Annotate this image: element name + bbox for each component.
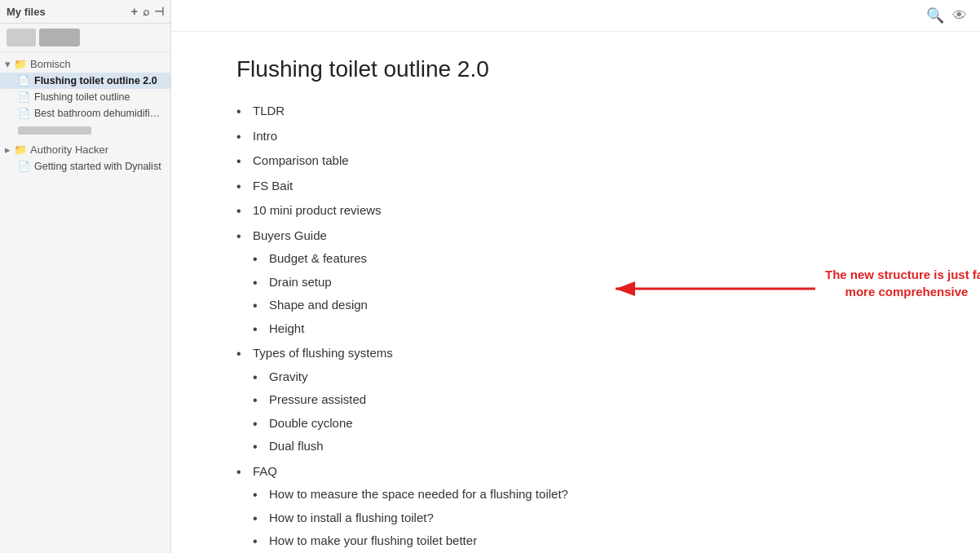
list-item: 10 mini product reviews [236,201,931,220]
list-item: Dual flush [253,437,931,456]
item-text: Pressure assisted [269,392,366,406]
tree-item-label: Getting started with Dynalist [34,161,161,172]
gray-bar-row-1 [0,122,170,139]
item-text: Gravity [269,369,308,383]
tree-item-getting-started[interactable]: 📄 Getting started with Dynalist [0,158,170,175]
list-item: Height [253,320,931,338]
item-text: Dual flush [269,439,324,453]
item-text: 10 mini product reviews [253,203,382,217]
folder-group-authority-hacker: ▸ 📁 Authority Hacker 📄 Getting started w… [0,141,170,175]
folder-label: Bomisch [30,58,71,70]
sidebar-header: My files + ⌕ ⊣ [0,0,170,24]
main-content: 🔍 👁 Flushing toilet outline 2.0 TLDR Int… [171,0,980,553]
expand-icon: ▾ [5,58,11,70]
folder-bomisch[interactable]: ▾ 📁 Bomisch [0,55,170,73]
sidebar-header-icons: + ⌕ ⊣ [131,5,164,18]
folder-label: Authority Hacker [30,144,108,156]
folder-authority-hacker[interactable]: ▸ 📁 Authority Hacker [0,141,170,158]
collapse-icon[interactable]: ⊣ [154,5,164,18]
search-icon[interactable]: 🔍 [926,7,944,24]
list-item: Double cyclone [253,414,931,433]
list-item: FS Bait [236,177,931,196]
tree-item-label: Flushing toilet outline [34,91,130,103]
list-item: FAQ How to measure the space needed for … [236,462,931,554]
list-item: Gravity [253,368,931,387]
gray-bar [18,126,91,135]
tree-item-flushing-outline-2[interactable]: 📄 Flushing toilet outline 2.0 [0,73,170,89]
item-text: How to make your flushing toilet better [269,533,477,547]
doc-icon: 📄 [18,108,30,119]
item-text: Types of flushing systems [253,346,393,360]
item-text: Buyers Guide [253,228,327,242]
add-icon[interactable]: + [131,5,138,18]
list-item: How to install a flushing toilet? [253,509,931,528]
folder-group-bomisch: ▾ 📁 Bomisch 📄 Flushing toilet outline 2.… [0,55,170,139]
item-text: How to install a flushing toilet? [269,511,434,524]
doc-title: Flushing toilet outline 2.0 [236,56,931,82]
list-item: How to make your flushing toilet better [253,532,931,551]
item-text: Double cyclone [269,416,353,430]
folder-icon: 📁 [14,58,27,70]
expand-icon: ▸ [5,144,11,156]
list-item: Pressure assisted [253,391,931,409]
item-text: How to measure the space needed for a fl… [269,487,568,501]
item-text: Budget & features [269,251,367,265]
tree-item-label: Best bathroom dehumidifi… [34,108,160,119]
avatar-2[interactable] [39,29,80,46]
tree-item-label: Flushing toilet outline 2.0 [34,75,157,86]
sidebar-tree: ▾ 📁 Bomisch 📄 Flushing toilet outline 2.… [0,52,170,553]
sub-list: Budget & features Drain setup Shape and … [253,250,931,338]
search-sidebar-icon[interactable]: ⌕ [143,5,149,18]
sidebar: My files + ⌕ ⊣ ▾ 📁 Bomisch 📄 Flushing to… [0,0,171,553]
doc-icon: 📄 [18,91,30,103]
item-text: Drain setup [269,275,332,289]
item-text: FS Bait [253,179,293,192]
list-item: Types of flushing systems Gravity Pressu… [236,344,931,456]
item-text: TLDR [253,104,285,117]
avatar-group [0,24,170,52]
doc-area: Flushing toilet outline 2.0 TLDR Intro C… [171,32,980,553]
list-item: Buyers Guide Budget & features Drain set… [236,227,931,338]
list-item: Intro [236,127,931,146]
item-text: Shape and design [269,298,368,312]
sidebar-title: My files [7,6,46,18]
item-text: Intro [253,129,277,143]
list-item: Comparison table [236,152,931,170]
folder-icon: 📁 [14,144,27,156]
item-text: FAQ [253,464,277,478]
list-item: Budget & features [253,250,931,268]
list-item: TLDR [236,102,931,121]
doc-icon: 📄 [18,161,30,172]
main-toolbar: 🔍 👁 [171,0,980,32]
doc-icon: 📄 [18,75,30,86]
sub-list: How to measure the space needed for a fl… [253,485,931,553]
tree-item-flushing-outline[interactable]: 📄 Flushing toilet outline [0,89,170,105]
list-item-annotated: Shape and design [253,296,931,315]
item-text: Height [269,321,304,335]
outline-list: TLDR Intro Comparison table FS Bait 10 m… [236,102,931,553]
list-item: How to measure the space needed for a fl… [253,485,931,504]
avatar-1[interactable] [7,29,36,46]
tree-item-best-bathroom[interactable]: 📄 Best bathroom dehumidifi… [0,105,170,122]
item-text: Comparison table [253,153,349,167]
sub-list: Gravity Pressure assisted Double cyclone… [253,368,931,456]
eye-icon[interactable]: 👁 [952,7,967,24]
list-item: Drain setup [253,273,931,292]
